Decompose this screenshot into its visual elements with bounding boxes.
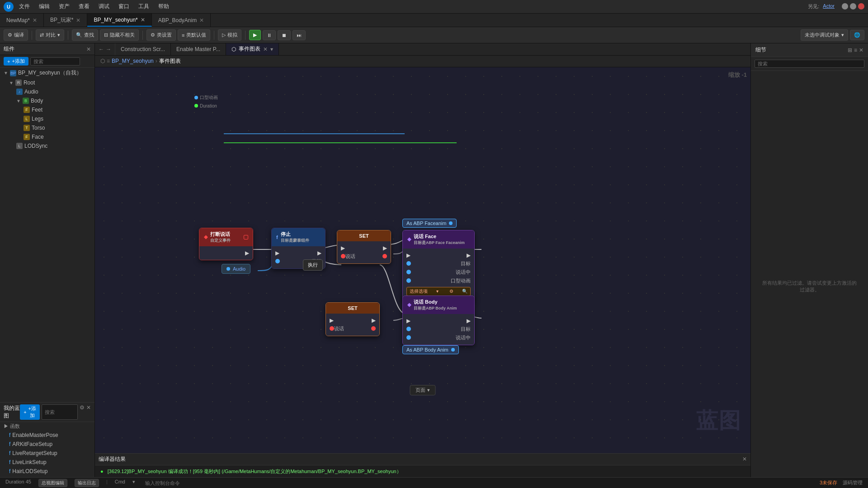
pause-btn[interactable]: ⏸ [263, 30, 276, 40]
play-btn[interactable]: ▶ [249, 30, 261, 40]
menu-tools[interactable]: 工具 [137, 2, 151, 11]
tab-abp[interactable]: ABP_BodyAnim ✕ [152, 14, 211, 27]
back-btn[interactable]: ← [99, 46, 104, 52]
abp-face-pin[interactable]: As ABP Faceanim [402, 219, 457, 228]
menu-debug[interactable]: 调试 [97, 2, 111, 11]
say-face-exec-in[interactable]: ▶ [406, 252, 410, 258]
close-player-icon[interactable]: ✕ [76, 17, 80, 23]
set1-talk-pin[interactable] [341, 254, 345, 258]
set2-talk-out[interactable] [371, 326, 376, 331]
node-say-face[interactable]: ◆ 说话 Face 目标是ABP Face Faceanim ▶ ▶ 目标 [402, 230, 475, 301]
func-arkit[interactable]: f ARKitFaceSetup [0, 440, 94, 449]
say-body-exec-in[interactable]: ▶ [406, 318, 410, 324]
stop-target-pin[interactable] [275, 259, 280, 263]
abp-body-pin[interactable]: As ABP Body Anim [402, 345, 459, 354]
morph-settings-icon[interactable]: ⚙ [449, 289, 453, 294]
set1-exec-in[interactable]: ▶ [341, 245, 345, 251]
details-list-icon[interactable]: ≡ [854, 47, 857, 53]
blueprint-settings-icon[interactable]: ⚙ [80, 404, 85, 420]
tab-newmap[interactable]: NewMap* ✕ [0, 14, 44, 27]
menu-file[interactable]: 文件 [17, 2, 32, 11]
close-components-icon[interactable]: ✕ [86, 46, 91, 52]
morph-search-icon[interactable]: 🔍 [462, 289, 467, 294]
node-audio[interactable]: Audio [222, 264, 250, 274]
func-live-link[interactable]: f LiveLinkSetup [0, 458, 94, 467]
node-say-body[interactable]: ◆ 说话 Body 目标是ABP Body Anim ▶ ▶ 目标 [402, 296, 475, 345]
minimize-btn[interactable] [842, 3, 848, 9]
node-set1[interactable]: SET ▶ ▶ 说话 [337, 230, 391, 264]
blueprint-search-input[interactable] [42, 404, 78, 420]
menu-asset[interactable]: 资产 [57, 2, 71, 11]
set1-exec-out[interactable]: ▶ [383, 245, 387, 251]
tree-face[interactable]: F Face [0, 132, 94, 141]
func-hair-lod[interactable]: f HairLODSetup [0, 467, 94, 476]
breadcrumb-root[interactable]: BP_MY_seohyun [112, 58, 154, 64]
tab-seohyun[interactable]: BP_MY_seohyun* ✕ [87, 14, 151, 27]
close-seohyun-icon[interactable]: ✕ [141, 17, 145, 23]
globe-btn[interactable]: 🌐 [850, 30, 864, 40]
tree-bp-root[interactable]: ▼ BP BP_MY_seohyun（自我） [0, 68, 94, 78]
stop-btn[interactable]: ⏹ [278, 30, 291, 40]
menu-edit[interactable]: 编辑 [37, 2, 52, 11]
functions-section[interactable]: ▶ 函数 [0, 422, 94, 431]
abp-body-output[interactable] [451, 348, 455, 352]
maximize-btn[interactable] [850, 3, 856, 9]
node-trigger-talk[interactable]: ◆ 打断说话 自定义事件 ▶ [199, 228, 253, 260]
breadcrumb-nav-back[interactable]: ⬡ [100, 58, 105, 64]
blueprint-canvas[interactable]: 口型动画 Duration ◆ 打断说话 自定义事件 ▶ [95, 67, 750, 453]
class-defaults-btn[interactable]: ≡ 类默认值 [178, 29, 210, 41]
exec-tooltip[interactable]: 执行 [303, 259, 323, 271]
dropdown-icon[interactable]: ▾ [270, 46, 273, 52]
say-body-talk-pin[interactable] [406, 335, 411, 340]
tree-root[interactable]: ▼ R Root [0, 78, 94, 87]
close-abp-icon[interactable]: ✕ [199, 17, 204, 23]
say-face-talk-pin[interactable] [406, 270, 411, 274]
hide-btn[interactable]: ⊟ 隐藏不相关 [100, 29, 139, 41]
set1-talk-out[interactable] [382, 254, 387, 258]
set2-exec-in[interactable]: ▶ [330, 317, 334, 324]
close-compile-icon[interactable]: ✕ [742, 456, 747, 462]
close-blueprint-icon[interactable]: ✕ [86, 404, 91, 420]
say-face-morph-pin[interactable] [406, 278, 411, 283]
say-face-target-pin[interactable] [406, 261, 411, 266]
find-btn[interactable]: 🔍 查找 [72, 29, 98, 41]
node-set2[interactable]: SET ▶ ▶ 说话 [326, 302, 380, 336]
compile-btn[interactable]: ⚙ 编译 [4, 29, 28, 41]
debug-object-btn[interactable]: 未选中调试对象 ▾ [801, 29, 848, 41]
compare-btn[interactable]: ⇄ 对比 ▾ [36, 29, 64, 41]
add-blueprint-btn[interactable]: ++添加 [20, 404, 40, 420]
close-newmap-icon[interactable]: ✕ [33, 17, 37, 23]
tab-construction[interactable]: Construction Scr... [115, 43, 171, 55]
tab-enable-master[interactable]: Enable Master P... [171, 43, 226, 55]
unsaved-count[interactable]: 3未保存 [820, 479, 837, 486]
morph-output-pin[interactable] [194, 96, 198, 99]
say-body-exec-out[interactable]: ▶ [467, 318, 471, 324]
close-event-graph-icon[interactable]: ✕ [263, 46, 268, 52]
tree-lodsync[interactable]: L LODSync [0, 141, 94, 150]
menu-help[interactable]: 帮助 [156, 2, 171, 11]
source-control[interactable]: 源码管理 [843, 479, 863, 486]
set2-exec-out[interactable]: ▶ [372, 317, 376, 324]
func-live-retarget[interactable]: f LiveRetargetSetup [0, 449, 94, 458]
say-body-target-pin[interactable] [406, 327, 411, 331]
trigger-exec-out[interactable]: ▶ [245, 250, 249, 256]
trigger-output-pin[interactable] [244, 235, 248, 239]
tab-player[interactable]: BP_玩家* ✕ [44, 14, 87, 27]
details-search-input[interactable] [755, 60, 864, 68]
output-log-btn[interactable]: 输出日志 [75, 479, 99, 487]
tree-legs[interactable]: L Legs [0, 114, 94, 123]
close-btn[interactable] [858, 3, 864, 9]
forward-btn[interactable]: → [106, 46, 111, 52]
step-btn[interactable]: ⏭ [292, 30, 306, 40]
tree-feet[interactable]: F Feet [0, 105, 94, 114]
add-component-btn[interactable]: + +添加 [4, 57, 28, 66]
tab-event-graph[interactable]: ⬡ 事件图表 ✕ ▾ [226, 43, 279, 55]
tree-body[interactable]: ▼ B Body [0, 96, 94, 105]
morph-dropdown[interactable]: 选择选项 ▾ ⚙ 🔍 [406, 287, 471, 296]
cmd-input[interactable] [142, 479, 233, 487]
stop-exec-out[interactable]: ▶ [317, 250, 321, 256]
menu-view[interactable]: 查看 [77, 2, 91, 11]
close-details-icon[interactable]: ✕ [859, 47, 863, 53]
simulate-btn[interactable]: ▷ 模拟 [218, 29, 241, 41]
set2-talk-pin[interactable] [330, 326, 334, 331]
